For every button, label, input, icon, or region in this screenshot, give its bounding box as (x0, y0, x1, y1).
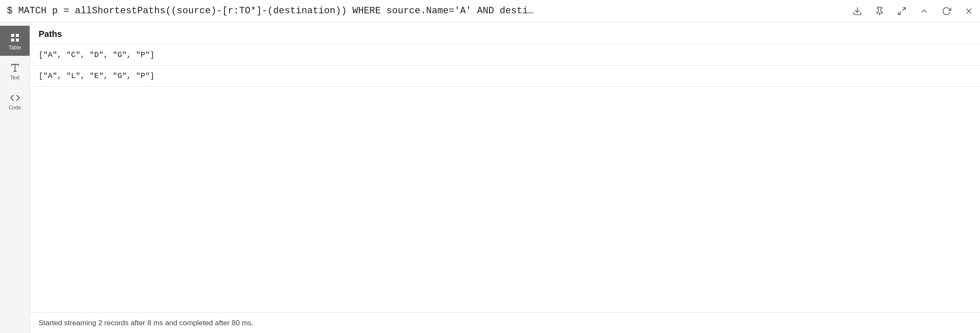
svg-rect-7 (16, 34, 19, 37)
pin-icon (875, 6, 884, 16)
status-bar: Started streaming 2 records after 8 ms a… (30, 312, 980, 333)
query-text: $ MATCH p = allShortestPaths((source)-[r… (7, 6, 846, 16)
svg-rect-6 (11, 34, 14, 37)
svg-rect-9 (16, 39, 19, 42)
content-area: Paths ["A", "C", "D", "G", "P"] ["A", "L… (30, 22, 980, 333)
pin-button[interactable] (868, 0, 891, 22)
table-icon (10, 33, 20, 43)
text-icon (10, 63, 20, 73)
expand-icon (897, 6, 907, 16)
toolbar-actions (846, 0, 980, 22)
result-row-2: ["A", "L", "E", "G", "P"] (30, 65, 980, 87)
sidebar-code-label: Code (9, 105, 21, 111)
code-icon (10, 93, 20, 103)
results-title: Paths (30, 29, 980, 44)
close-icon (964, 6, 974, 16)
refresh-button[interactable] (935, 0, 958, 22)
sidebar-text-label: Text (10, 75, 19, 81)
status-text: Started streaming 2 records after 8 ms a… (39, 319, 254, 327)
result-value-2: ["A", "L", "E", "G", "P"] (39, 72, 154, 80)
result-row-1: ["A", "C", "D", "G", "P"] (30, 44, 980, 65)
top-bar: $ MATCH p = allShortestPaths((source)-[r… (0, 0, 980, 22)
download-icon (853, 6, 862, 16)
collapse-icon (920, 6, 929, 16)
sidebar-item-code[interactable]: Code (0, 86, 30, 116)
expand-button[interactable] (891, 0, 913, 22)
download-button[interactable] (846, 0, 868, 22)
sidebar: Table Text Code (0, 22, 30, 333)
svg-line-2 (903, 7, 905, 10)
results-panel: Paths ["A", "C", "D", "G", "P"] ["A", "L… (30, 22, 980, 312)
sidebar-table-label: Table (9, 45, 21, 51)
sidebar-item-text[interactable]: Text (0, 56, 30, 86)
svg-line-3 (898, 12, 901, 14)
sidebar-item-table[interactable]: Table (0, 26, 30, 56)
close-button[interactable] (958, 0, 980, 22)
svg-rect-8 (11, 39, 14, 42)
refresh-icon (942, 6, 951, 16)
result-value-1: ["A", "C", "D", "G", "P"] (39, 51, 154, 59)
main-area: Table Text Code Paths ["A", "C", "D", "G… (0, 22, 980, 333)
collapse-button[interactable] (913, 0, 935, 22)
